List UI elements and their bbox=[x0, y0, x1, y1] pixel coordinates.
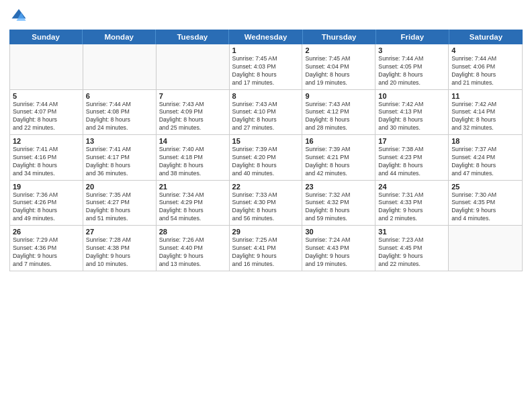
cell-info: Sunrise: 7:38 AM Sunset: 4:23 PM Dayligh… bbox=[378, 146, 445, 178]
cell-day-number: 17 bbox=[378, 137, 445, 145]
cell-day-number: 22 bbox=[232, 183, 300, 191]
calendar-cell: 31Sunrise: 7:23 AM Sunset: 4:45 PM Dayli… bbox=[375, 226, 449, 271]
calendar-cell: 10Sunrise: 7:42 AM Sunset: 4:13 PM Dayli… bbox=[375, 90, 449, 135]
calendar-cell: 26Sunrise: 7:29 AM Sunset: 4:36 PM Dayli… bbox=[10, 226, 83, 271]
calendar-row: 5Sunrise: 7:44 AM Sunset: 4:07 PM Daylig… bbox=[10, 90, 522, 136]
cell-info: Sunrise: 7:43 AM Sunset: 4:09 PM Dayligh… bbox=[159, 101, 226, 133]
cell-day-number: 3 bbox=[378, 46, 445, 54]
cell-day-number: 5 bbox=[13, 92, 80, 100]
calendar-cell: 1Sunrise: 7:45 AM Sunset: 4:03 PM Daylig… bbox=[230, 44, 303, 89]
cell-day-number: 24 bbox=[378, 183, 445, 191]
weekday-header: Sunday bbox=[9, 30, 83, 44]
weekday-header: Wednesday bbox=[229, 30, 302, 44]
cell-info: Sunrise: 7:41 AM Sunset: 4:17 PM Dayligh… bbox=[86, 146, 153, 178]
calendar-cell: 17Sunrise: 7:38 AM Sunset: 4:23 PM Dayli… bbox=[375, 135, 449, 180]
cell-info: Sunrise: 7:25 AM Sunset: 4:41 PM Dayligh… bbox=[232, 236, 300, 269]
calendar-cell: 30Sunrise: 7:24 AM Sunset: 4:43 PM Dayli… bbox=[302, 226, 375, 271]
cell-info: Sunrise: 7:43 AM Sunset: 4:10 PM Dayligh… bbox=[232, 101, 300, 133]
calendar-cell: 5Sunrise: 7:44 AM Sunset: 4:07 PM Daylig… bbox=[10, 90, 83, 135]
cell-info: Sunrise: 7:29 AM Sunset: 4:36 PM Dayligh… bbox=[13, 236, 80, 269]
calendar-cell: 21Sunrise: 7:34 AM Sunset: 4:29 PM Dayli… bbox=[157, 181, 230, 226]
cell-info: Sunrise: 7:31 AM Sunset: 4:33 PM Dayligh… bbox=[378, 191, 445, 224]
calendar-cell: 2Sunrise: 7:45 AM Sunset: 4:04 PM Daylig… bbox=[302, 44, 375, 89]
cell-info: Sunrise: 7:45 AM Sunset: 4:03 PM Dayligh… bbox=[232, 55, 300, 87]
cell-info: Sunrise: 7:34 AM Sunset: 4:29 PM Dayligh… bbox=[159, 191, 226, 224]
cell-info: Sunrise: 7:39 AM Sunset: 4:20 PM Dayligh… bbox=[232, 146, 300, 178]
calendar-cell: 7Sunrise: 7:43 AM Sunset: 4:09 PM Daylig… bbox=[157, 90, 230, 135]
calendar-body: 1Sunrise: 7:45 AM Sunset: 4:03 PM Daylig… bbox=[10, 44, 522, 271]
calendar-cell bbox=[10, 44, 83, 89]
cell-day-number: 25 bbox=[451, 183, 519, 191]
cell-day-number: 9 bbox=[305, 92, 372, 100]
cell-day-number: 2 bbox=[305, 46, 372, 54]
calendar-cell: 9Sunrise: 7:43 AM Sunset: 4:12 PM Daylig… bbox=[302, 90, 375, 135]
cell-info: Sunrise: 7:43 AM Sunset: 4:12 PM Dayligh… bbox=[305, 101, 372, 133]
calendar-cell: 23Sunrise: 7:32 AM Sunset: 4:32 PM Dayli… bbox=[302, 181, 375, 226]
cell-day-number: 23 bbox=[305, 183, 372, 191]
cell-day-number: 16 bbox=[305, 137, 372, 145]
cell-day-number: 20 bbox=[86, 183, 153, 191]
calendar-cell: 15Sunrise: 7:39 AM Sunset: 4:20 PM Dayli… bbox=[230, 135, 303, 180]
calendar-row: 1Sunrise: 7:45 AM Sunset: 4:03 PM Daylig… bbox=[10, 44, 522, 90]
calendar-cell: 3Sunrise: 7:44 AM Sunset: 4:05 PM Daylig… bbox=[375, 44, 449, 89]
cell-info: Sunrise: 7:44 AM Sunset: 4:08 PM Dayligh… bbox=[86, 101, 153, 133]
weekday-header: Monday bbox=[83, 30, 156, 44]
cell-info: Sunrise: 7:44 AM Sunset: 4:05 PM Dayligh… bbox=[378, 55, 445, 87]
calendar-cell: 29Sunrise: 7:25 AM Sunset: 4:41 PM Dayli… bbox=[230, 226, 303, 271]
weekday-header: Friday bbox=[376, 30, 449, 44]
cell-info: Sunrise: 7:42 AM Sunset: 4:13 PM Dayligh… bbox=[378, 101, 445, 133]
calendar-cell: 12Sunrise: 7:41 AM Sunset: 4:16 PM Dayli… bbox=[10, 135, 83, 180]
weekday-header: Thursday bbox=[303, 30, 376, 44]
cell-info: Sunrise: 7:35 AM Sunset: 4:27 PM Dayligh… bbox=[86, 191, 153, 224]
page: SundayMondayTuesdayWednesdayThursdayFrid… bbox=[0, 0, 532, 411]
calendar-cell bbox=[157, 44, 230, 89]
logo-icon bbox=[9, 7, 28, 26]
header bbox=[9, 7, 523, 26]
calendar-cell: 19Sunrise: 7:36 AM Sunset: 4:26 PM Dayli… bbox=[10, 181, 83, 226]
calendar-cell: 16Sunrise: 7:39 AM Sunset: 4:21 PM Dayli… bbox=[302, 135, 375, 180]
calendar-cell: 22Sunrise: 7:33 AM Sunset: 4:30 PM Dayli… bbox=[230, 181, 303, 226]
cell-info: Sunrise: 7:23 AM Sunset: 4:45 PM Dayligh… bbox=[378, 236, 445, 269]
cell-day-number: 7 bbox=[159, 92, 226, 100]
cell-day-number: 30 bbox=[305, 228, 372, 236]
weekday-header: Saturday bbox=[449, 30, 523, 44]
cell-day-number: 28 bbox=[159, 228, 226, 236]
calendar-cell: 18Sunrise: 7:37 AM Sunset: 4:24 PM Dayli… bbox=[449, 135, 522, 180]
calendar-cell: 25Sunrise: 7:30 AM Sunset: 4:35 PM Dayli… bbox=[449, 181, 522, 226]
cell-info: Sunrise: 7:32 AM Sunset: 4:32 PM Dayligh… bbox=[305, 191, 372, 224]
cell-info: Sunrise: 7:36 AM Sunset: 4:26 PM Dayligh… bbox=[13, 191, 80, 224]
cell-day-number: 14 bbox=[159, 137, 226, 145]
cell-day-number: 18 bbox=[451, 137, 519, 145]
cell-info: Sunrise: 7:37 AM Sunset: 4:24 PM Dayligh… bbox=[451, 146, 519, 178]
cell-day-number: 1 bbox=[232, 46, 300, 54]
calendar-cell: 24Sunrise: 7:31 AM Sunset: 4:33 PM Dayli… bbox=[375, 181, 449, 226]
calendar-row: 12Sunrise: 7:41 AM Sunset: 4:16 PM Dayli… bbox=[10, 135, 522, 181]
logo bbox=[9, 7, 31, 26]
cell-day-number: 11 bbox=[451, 92, 519, 100]
weekday-header: Tuesday bbox=[156, 30, 229, 44]
cell-day-number: 13 bbox=[86, 137, 153, 145]
calendar-cell bbox=[83, 44, 157, 89]
calendar-cell: 6Sunrise: 7:44 AM Sunset: 4:08 PM Daylig… bbox=[83, 90, 157, 135]
cell-day-number: 19 bbox=[13, 183, 80, 191]
calendar-row: 19Sunrise: 7:36 AM Sunset: 4:26 PM Dayli… bbox=[10, 181, 522, 226]
cell-info: Sunrise: 7:44 AM Sunset: 4:07 PM Dayligh… bbox=[13, 101, 80, 133]
calendar: SundayMondayTuesdayWednesdayThursdayFrid… bbox=[9, 30, 523, 404]
cell-day-number: 26 bbox=[13, 228, 80, 236]
calendar-cell: 14Sunrise: 7:40 AM Sunset: 4:18 PM Dayli… bbox=[157, 135, 230, 180]
cell-info: Sunrise: 7:40 AM Sunset: 4:18 PM Dayligh… bbox=[159, 146, 226, 178]
cell-day-number: 8 bbox=[232, 92, 300, 100]
cell-info: Sunrise: 7:24 AM Sunset: 4:43 PM Dayligh… bbox=[305, 236, 372, 269]
calendar-cell: 20Sunrise: 7:35 AM Sunset: 4:27 PM Dayli… bbox=[83, 181, 157, 226]
calendar-cell: 11Sunrise: 7:42 AM Sunset: 4:14 PM Dayli… bbox=[449, 90, 522, 135]
cell-info: Sunrise: 7:45 AM Sunset: 4:04 PM Dayligh… bbox=[305, 55, 372, 87]
cell-day-number: 10 bbox=[378, 92, 445, 100]
cell-day-number: 4 bbox=[451, 46, 519, 54]
calendar-cell: 28Sunrise: 7:26 AM Sunset: 4:40 PM Dayli… bbox=[157, 226, 230, 271]
calendar-body-outer: 1Sunrise: 7:45 AM Sunset: 4:03 PM Daylig… bbox=[9, 44, 523, 271]
calendar-header-row: SundayMondayTuesdayWednesdayThursdayFrid… bbox=[9, 30, 523, 44]
calendar-cell: 27Sunrise: 7:28 AM Sunset: 4:38 PM Dayli… bbox=[83, 226, 157, 271]
cell-day-number: 12 bbox=[13, 137, 80, 145]
calendar-cell: 4Sunrise: 7:44 AM Sunset: 4:06 PM Daylig… bbox=[449, 44, 522, 89]
cell-info: Sunrise: 7:28 AM Sunset: 4:38 PM Dayligh… bbox=[86, 236, 153, 269]
